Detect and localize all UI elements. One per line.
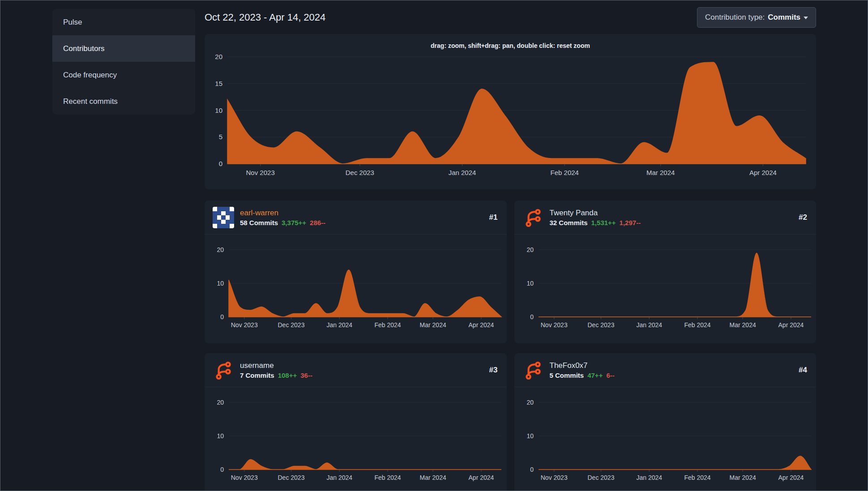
svg-text:0: 0 [220, 466, 224, 473]
sidebar-item-code-frequency[interactable]: Code frequency [52, 62, 195, 88]
contributor-name-link[interactable]: Twenty Panda [550, 209, 598, 218]
commit-count: 5 Commits [550, 371, 584, 379]
additions-count: 47++ [587, 371, 603, 379]
forgejo-logo-icon [213, 359, 234, 381]
svg-text:Feb 2024: Feb 2024 [374, 321, 401, 329]
sidebar-item-pulse[interactable]: Pulse [52, 9, 195, 35]
contribution-stats: 32 Commits 1,531++ 1,297-- [550, 219, 793, 226]
contributor-card: TheFox0x7 5 Commits 47++ 6-- #4 01020Nov… [514, 353, 817, 491]
contributor-header: username 7 Commits 108++ 36-- #3 [205, 353, 507, 387]
svg-text:0: 0 [530, 466, 534, 473]
contributor-header: TheFox0x7 5 Commits 47++ 6-- #4 [514, 353, 817, 387]
svg-text:Apr 2024: Apr 2024 [778, 321, 804, 329]
deletions-count: 36-- [300, 371, 312, 379]
contributors-page: Pulse Contributors Code frequency Recent… [0, 0, 868, 491]
svg-text:Feb 2024: Feb 2024 [684, 321, 710, 329]
svg-text:Jan 2024: Jan 2024 [326, 321, 352, 329]
svg-text:Mar 2024: Mar 2024 [646, 169, 675, 176]
svg-text:5: 5 [219, 133, 222, 141]
svg-text:Dec 2023: Dec 2023 [346, 169, 374, 176]
sidebar: Pulse Contributors Code frequency Recent… [52, 9, 195, 491]
page-header: Oct 22, 2023 - Apr 14, 2024 Contribution… [205, 7, 816, 28]
overall-chart-card: drag: zoom, shift+drag: pan, double clic… [205, 34, 816, 189]
contributor-info: earl-warren 58 Commits 3,375++ 286-- [240, 209, 483, 226]
svg-text:0: 0 [219, 160, 222, 167]
contribution-stats: 7 Commits 108++ 36-- [240, 371, 483, 379]
contributor-card: earl-warren 58 Commits 3,375++ 286-- #1 … [205, 201, 507, 343]
sidebar-item-contributors[interactable]: Contributors [52, 35, 195, 62]
avatar[interactable] [522, 207, 544, 228]
svg-text:Mar 2024: Mar 2024 [729, 321, 756, 329]
svg-text:Jan 2024: Jan 2024 [636, 474, 662, 481]
svg-text:Jan 2024: Jan 2024 [449, 169, 476, 176]
svg-text:Apr 2024: Apr 2024 [749, 169, 777, 176]
contribution-type-dropdown[interactable]: Contribution type: Commits [697, 7, 816, 28]
svg-text:Dec 2023: Dec 2023 [278, 321, 304, 329]
contributor-name-link[interactable]: TheFox0x7 [550, 361, 588, 370]
date-range-title: Oct 22, 2023 - Apr 14, 2024 [205, 12, 325, 23]
svg-text:Jan 2024: Jan 2024 [636, 321, 662, 329]
commit-count: 32 Commits [550, 219, 588, 226]
rank-badge: #1 [489, 213, 498, 222]
rank-badge: #3 [489, 366, 498, 375]
contributor-header: earl-warren 58 Commits 3,375++ 286-- #1 [205, 201, 507, 235]
svg-text:0: 0 [220, 313, 224, 320]
svg-text:0: 0 [530, 313, 534, 320]
contributor-name-link[interactable]: earl-warren [240, 209, 278, 218]
svg-text:Apr 2024: Apr 2024 [469, 474, 494, 481]
svg-text:Apr 2024: Apr 2024 [469, 321, 494, 329]
svg-text:20: 20 [526, 399, 534, 406]
svg-text:Nov 2023: Nov 2023 [246, 169, 275, 176]
main-content: Oct 22, 2023 - Apr 14, 2024 Contribution… [205, 0, 816, 491]
svg-text:Dec 2023: Dec 2023 [278, 474, 304, 481]
svg-text:Nov 2023: Nov 2023 [231, 474, 258, 481]
avatar[interactable] [522, 359, 544, 381]
avatar[interactable] [213, 359, 234, 381]
svg-text:Feb 2024: Feb 2024 [551, 169, 579, 176]
contribution-type-value: Commits [768, 13, 800, 22]
contribution-type-label: Contribution type: [705, 13, 765, 22]
svg-text:Apr 2024: Apr 2024 [778, 474, 804, 481]
contributor-chart[interactable]: 01020Nov 2023Dec 2023Jan 2024Feb 2024Mar… [514, 235, 817, 342]
deletions-count: 6-- [606, 371, 614, 379]
contribution-stats: 58 Commits 3,375++ 286-- [240, 219, 483, 226]
contributor-header: Twenty Panda 32 Commits 1,531++ 1,297-- … [514, 201, 817, 235]
additions-count: 3,375++ [282, 219, 306, 226]
rank-badge: #4 [799, 366, 807, 375]
svg-text:10: 10 [526, 280, 534, 287]
additions-count: 1,531++ [591, 219, 616, 226]
svg-text:Mar 2024: Mar 2024 [420, 474, 446, 481]
svg-text:20: 20 [217, 246, 224, 253]
contribution-stats: 5 Commits 47++ 6-- [550, 371, 793, 379]
contributor-cards-grid: earl-warren 58 Commits 3,375++ 286-- #1 … [205, 201, 816, 491]
svg-text:10: 10 [217, 280, 224, 287]
svg-text:Dec 2023: Dec 2023 [587, 321, 614, 329]
contributor-chart[interactable]: 01020Nov 2023Dec 2023Jan 2024Feb 2024Mar… [205, 235, 507, 342]
contributor-card: username 7 Commits 108++ 36-- #3 01020No… [205, 353, 507, 491]
contributor-name-link[interactable]: username [240, 361, 274, 370]
deletions-count: 286-- [310, 219, 325, 226]
svg-text:Nov 2023: Nov 2023 [540, 321, 567, 329]
contributor-info: Twenty Panda 32 Commits 1,531++ 1,297-- [550, 209, 793, 226]
contributor-chart[interactable]: 01020Nov 2023Dec 2023Jan 2024Feb 2024Mar… [514, 387, 817, 491]
contributor-chart[interactable]: 01020Nov 2023Dec 2023Jan 2024Feb 2024Mar… [205, 387, 507, 491]
activity-menu: Pulse Contributors Code frequency Recent… [52, 9, 195, 115]
contributor-card: Twenty Panda 32 Commits 1,531++ 1,297-- … [514, 201, 817, 343]
sidebar-item-recent-commits[interactable]: Recent commits [52, 88, 195, 115]
forgejo-logo-icon [522, 359, 544, 381]
svg-text:Nov 2023: Nov 2023 [231, 321, 258, 329]
svg-text:20: 20 [526, 246, 534, 253]
commit-count: 7 Commits [240, 371, 274, 379]
additions-count: 108++ [278, 371, 297, 379]
rank-badge: #2 [799, 213, 807, 222]
avatar[interactable] [213, 207, 234, 228]
commit-count: 58 Commits [240, 219, 278, 226]
forgejo-logo-icon [522, 207, 544, 228]
svg-text:Jan 2024: Jan 2024 [326, 474, 352, 481]
svg-text:15: 15 [215, 80, 222, 87]
chart-hint: drag: zoom, shift+drag: pan, double clic… [205, 42, 816, 49]
identicon-avatar-image [213, 207, 234, 228]
svg-text:10: 10 [215, 107, 222, 114]
svg-text:10: 10 [217, 432, 224, 440]
svg-text:20: 20 [217, 399, 224, 406]
